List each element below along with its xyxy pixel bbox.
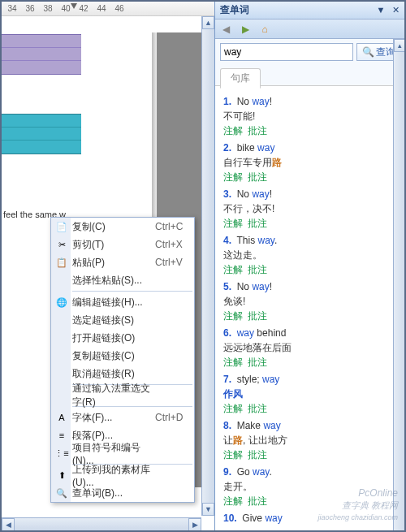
ctx-shortcut: Ctrl+D	[155, 412, 194, 423]
ctx-cut-icon: ✂	[54, 238, 69, 251]
ctx-copy-link-icon	[54, 349, 69, 362]
ctx-label: 打开超链接(O)	[72, 331, 155, 345]
ctx-open-link[interactable]: 打开超链接(O)	[51, 329, 194, 347]
ctx-label: 选择性粘贴(S)...	[72, 274, 155, 288]
result-entry: 6. way behind远远地落在后面注解批注	[223, 326, 398, 370]
ctx-copy-icon: 📄	[54, 220, 69, 233]
comment-link[interactable]: 批注	[248, 264, 267, 275]
ctx-select-link-icon	[54, 314, 69, 327]
ctx-label: 通过输入法重选文字(R)	[72, 382, 155, 409]
ctx-upload[interactable]: ⬆上传到我的素材库(U)...	[51, 466, 194, 484]
scroll-left-icon[interactable]: ◀	[2, 518, 15, 531]
ctx-copy-link[interactable]: 复制超链接(C)	[51, 347, 194, 365]
ctx-label: 选定超链接(S)	[72, 314, 155, 327]
comment-link[interactable]: 批注	[248, 357, 267, 368]
comment-link[interactable]: 批注	[248, 449, 267, 461]
annotate-link[interactable]: 注解	[223, 171, 243, 183]
panel-scroll-up-icon[interactable]: ▴	[394, 39, 406, 52]
annotate-link[interactable]: 注解	[223, 125, 243, 136]
ctx-remove-link-icon	[54, 367, 69, 380]
context-menu: 📄复制(C)Ctrl+C✂剪切(T)Ctrl+X📋粘贴(P)Ctrl+V选择性粘…	[50, 217, 195, 503]
tab-marker-icon[interactable]	[71, 3, 77, 9]
result-tabs: 句库	[215, 65, 406, 86]
result-entry: 5. No way!免谈!注解批注	[223, 279, 398, 323]
ctx-shortcut: Ctrl+V	[155, 257, 194, 268]
search-icon: 🔍	[362, 46, 374, 58]
comment-link[interactable]: 批注	[248, 310, 267, 322]
panel-dropdown-icon[interactable]: ▼	[375, 5, 387, 16]
teal-block[interactable]	[2, 114, 81, 154]
ctx-select-link[interactable]: 选定超链接(S)	[51, 311, 194, 329]
ctx-edit-link-icon: 🌐	[54, 296, 69, 309]
result-entry: 2. bike way自行车专用路注解批注	[223, 141, 398, 184]
horizontal-ruler: 34363840424446	[2, 2, 214, 16]
forward-icon[interactable]: ▶	[238, 22, 253, 37]
ctx-label: 复制(C)	[72, 220, 155, 234]
search-input[interactable]	[220, 43, 353, 61]
result-entry: 7. style; way作风注解批注	[223, 372, 398, 416]
result-entry: 1. No way!不可能!注解批注	[223, 94, 398, 138]
ctx-font[interactable]: A字体(F)...Ctrl+D	[51, 409, 194, 426]
ctx-edit-link[interactable]: 🌐编辑超链接(H)...	[51, 293, 194, 311]
panel-scrollbar[interactable]: ▴	[393, 39, 406, 530]
ctx-label: 上传到我的素材库(U)...	[72, 463, 155, 488]
ctx-label: 编辑超链接(H)...	[72, 296, 155, 309]
comment-link[interactable]: 批注	[248, 218, 267, 229]
ctx-label: 取消超链接(R)	[72, 367, 155, 381]
ctx-label: 粘贴(P)	[72, 256, 155, 270]
panel-toolbar: ◀ ▶ ⌂	[215, 19, 406, 39]
ctx-ime-reselect[interactable]: 通过输入法重选文字(R)	[51, 387, 194, 404]
ctx-label: 剪切(T)	[72, 238, 155, 252]
annotate-link[interactable]: 注解	[223, 218, 243, 229]
ctx-remove-link[interactable]: 取消超链接(R)	[51, 365, 194, 383]
horizontal-scrollbar[interactable]: ◀ ▶	[2, 517, 201, 530]
scroll-up-icon[interactable]: ▲	[202, 16, 214, 29]
panel-close-icon[interactable]: ✕	[390, 5, 401, 16]
result-entry: 8. Make way让路, 让出地方注解批注	[223, 418, 398, 462]
ctx-paragraph-icon: ≡	[54, 429, 69, 442]
ctx-paste-special-icon	[54, 274, 69, 287]
ctx-paste[interactable]: 📋粘贴(P)Ctrl+V	[51, 253, 194, 271]
ctx-paste-icon: 📋	[54, 256, 69, 269]
ctx-font-icon: A	[54, 411, 69, 424]
annotate-link[interactable]: 注解	[223, 449, 243, 461]
purple-block[interactable]	[2, 34, 81, 75]
ctx-open-link-icon	[54, 331, 69, 344]
ctx-bullets-icon: ⋮≡	[54, 447, 69, 460]
ctx-shortcut: Ctrl+C	[155, 221, 194, 232]
result-entry: 4. This way.这边走。注解批注	[223, 233, 398, 277]
ctx-lookup[interactable]: 🔍查单词(B)...	[51, 484, 194, 502]
scroll-down-icon[interactable]: ▼	[202, 503, 214, 516]
ctx-upload-icon: ⬆	[54, 469, 69, 482]
ctx-label: 复制超链接(C)	[72, 349, 155, 363]
annotate-link[interactable]: 注解	[223, 495, 243, 507]
panel-titlebar: 查单词 ▼ ✕	[215, 2, 406, 19]
scroll-right-icon[interactable]: ▶	[188, 518, 201, 531]
dictionary-panel: 查单词 ▼ ✕ ◀ ▶ ⌂ 🔍查询 句库 1. No way!不可能!注解批注2…	[214, 2, 406, 530]
ctx-ime-reselect-icon	[54, 389, 69, 402]
annotate-link[interactable]: 注解	[223, 357, 243, 368]
watermark: PcOnline 查字典 教程网 jiaocheng chazidian.com	[317, 487, 398, 524]
comment-link[interactable]: 批注	[248, 495, 267, 507]
ctx-shortcut: Ctrl+X	[155, 239, 194, 250]
search-bar: 🔍查询	[215, 39, 406, 65]
home-icon[interactable]: ⌂	[257, 22, 272, 37]
ctx-label: 字体(F)...	[72, 411, 155, 425]
comment-link[interactable]: 批注	[248, 403, 267, 414]
ctx-label: 查单词(B)...	[72, 487, 155, 500]
annotate-link[interactable]: 注解	[223, 403, 243, 414]
result-entry: 3. No way!不行，决不!注解批注	[223, 187, 398, 231]
comment-link[interactable]: 批注	[248, 125, 267, 136]
ctx-copy[interactable]: 📄复制(C)Ctrl+C	[51, 218, 194, 236]
panel-title: 查单词	[220, 3, 372, 17]
ctx-paste-special[interactable]: 选择性粘贴(S)...	[51, 271, 194, 289]
annotate-link[interactable]: 注解	[223, 264, 243, 275]
ctx-cut[interactable]: ✂剪切(T)Ctrl+X	[51, 236, 194, 253]
ctx-bullets[interactable]: ⋮≡项目符号和编号(N)...	[51, 444, 194, 462]
vertical-scrollbar[interactable]: ▲ ▼	[201, 16, 214, 516]
ctx-lookup-icon: 🔍	[54, 487, 69, 500]
results-body: 1. No way!不可能!注解批注2. bike way自行车专用路注解批注3…	[215, 86, 406, 527]
annotate-link[interactable]: 注解	[223, 310, 243, 322]
back-icon[interactable]: ◀	[218, 22, 233, 37]
comment-link[interactable]: 批注	[248, 171, 267, 183]
